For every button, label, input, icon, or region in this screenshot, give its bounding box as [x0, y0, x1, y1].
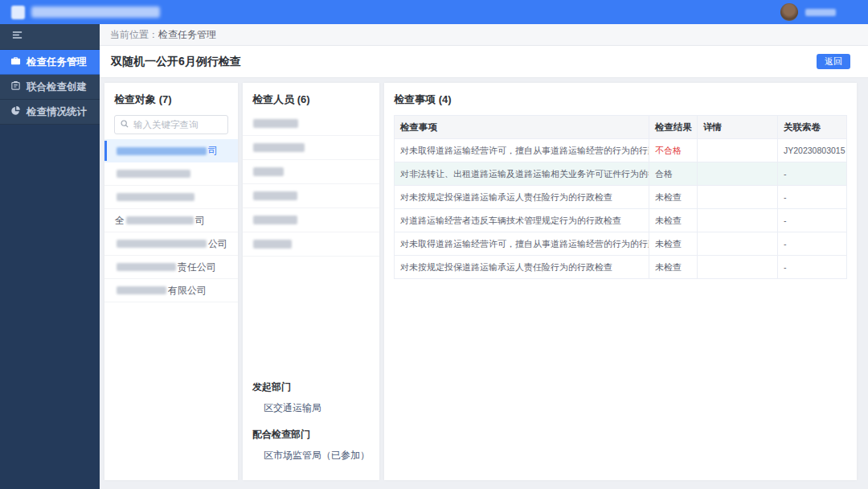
- department-info: 发起部门 区交通运输局 配合检查部门 区市场监管局（已参加）: [243, 368, 379, 480]
- redacted-name: [253, 240, 292, 249]
- items-count: (4): [439, 93, 452, 105]
- table-header-row: 检查事项 检查结果 详情 关联索卷: [395, 116, 847, 139]
- breadcrumb-current: 检查任务管理: [158, 28, 216, 42]
- table-row: 对未取得道路运输经营许可，擅自从事道路运输经营的行为的行政检查 未检查 -: [395, 232, 847, 256]
- back-button[interactable]: 返回: [817, 54, 850, 69]
- target-list-item[interactable]: 有限公司: [104, 279, 238, 302]
- redacted-text: [117, 263, 176, 271]
- sidebar-item-label: 检查任务管理: [27, 55, 87, 69]
- initiator-dept-label: 发起部门: [252, 380, 370, 394]
- username-redacted[interactable]: [805, 9, 836, 16]
- target-visible-suffix: 司: [208, 144, 218, 158]
- table-row: 对未按规定投保道路运输承运人责任险行为的行政检查 未检查 -: [395, 256, 847, 279]
- clipboard-edit-icon: [10, 80, 21, 93]
- target-search[interactable]: [114, 115, 228, 134]
- breadcrumb-prefix: 当前位置：: [110, 28, 158, 42]
- page-header: 双随机一公开6月例行检查 返回: [100, 46, 868, 78]
- result-cell: 未检查: [649, 186, 698, 209]
- result-cell: 不合格: [649, 139, 698, 162]
- redacted-name: [253, 216, 297, 224]
- result-cell: 未检查: [649, 256, 698, 279]
- sidebar-item-label: 联合检查创建: [27, 80, 87, 94]
- target-visible-suffix: 公司: [208, 237, 227, 251]
- detail-cell: [698, 186, 778, 209]
- search-icon: [120, 117, 129, 132]
- redacted-text: [117, 147, 207, 155]
- table-row: 对道路运输经营者违反车辆技术管理规定行为的行政检查 未检查 -: [395, 209, 847, 232]
- top-bar: [0, 0, 868, 24]
- staff-list-item[interactable]: [243, 208, 379, 232]
- redacted-text: [117, 240, 207, 248]
- sidebar-item-joint-inspection-create[interactable]: 联合检查创建: [0, 75, 100, 100]
- collapse-menu-icon[interactable]: [11, 29, 23, 44]
- app-title-redacted: [31, 6, 160, 18]
- target-list-item[interactable]: [104, 186, 238, 209]
- detail-cell: [698, 232, 778, 256]
- staff-list-item[interactable]: [243, 136, 379, 160]
- staff-count: (6): [297, 93, 310, 105]
- item-name-cell: 对道路运输经营者违反车辆技术管理规定行为的行政检查: [395, 209, 649, 232]
- staff-list-item[interactable]: [243, 160, 379, 184]
- target-list-item[interactable]: 司: [104, 139, 238, 162]
- cooperator-dept-label: 配合检查部门: [252, 428, 370, 442]
- sidebar-nav: 检查任务管理 联合检查创建 检查情况统计: [0, 50, 100, 125]
- briefcase-icon: [10, 55, 21, 68]
- target-list-item[interactable]: 公司: [104, 232, 238, 256]
- archive-cell: JY20230803015: [778, 139, 847, 162]
- target-visible-suffix: 责任公司: [178, 261, 216, 274]
- sidebar: 检查任务管理 联合检查创建 检查情况统计: [0, 24, 100, 489]
- redacted-name: [253, 143, 305, 152]
- result-cell: 未检查: [649, 232, 698, 256]
- col-item: 检查事项: [395, 116, 649, 139]
- items-table: 检查事项 检查结果 详情 关联索卷 对未取得道路运输经营许可，擅自从事道路运输经…: [394, 115, 847, 279]
- col-detail: 详情: [698, 116, 778, 139]
- target-visible-suffix: 司: [195, 214, 205, 228]
- search-input[interactable]: [133, 120, 223, 129]
- staff-list-item[interactable]: [243, 184, 379, 208]
- breadcrumb: 当前位置： 检查任务管理: [100, 24, 868, 46]
- item-name-cell: 对非法转让、出租道路运输及道路运输相关业务许可证件行为的行政检查: [395, 162, 649, 186]
- archive-cell: -: [778, 256, 847, 279]
- col-archive: 关联索卷: [778, 116, 847, 139]
- item-name-cell: 对未按规定投保道路运输承运人责任险行为的行政检查: [395, 186, 649, 209]
- staff-panel-title: 检查人员 (6): [243, 83, 379, 107]
- target-list: 司 全 司 公司 责任公司 有限公司: [104, 139, 238, 302]
- item-name-cell: 对未按规定投保道路运输承运人责任险行为的行政检查: [395, 256, 649, 279]
- item-name-cell: 对未取得道路运输经营许可，擅自从事道路运输经营的行为的行政检查: [395, 232, 649, 256]
- staff-list: [243, 112, 379, 257]
- target-visible-suffix: 有限公司: [168, 284, 207, 298]
- avatar[interactable]: [780, 3, 798, 21]
- item-name-cell: 对未取得道路运输经营许可，擅自从事道路运输经营的行为的行政检查: [395, 139, 649, 162]
- result-cell: 未检查: [649, 209, 698, 232]
- targets-panel-title: 检查对象 (7): [104, 83, 238, 107]
- target-list-item[interactable]: 责任公司: [104, 256, 238, 279]
- redacted-name: [253, 191, 297, 200]
- detail-cell: [698, 256, 778, 279]
- target-list-item[interactable]: 全 司: [104, 209, 238, 232]
- items-panel: 检查事项 (4) 检查事项 检查结果 详情 关联索卷: [384, 83, 857, 480]
- archive-cell: -: [778, 232, 847, 256]
- redacted-text: [117, 170, 190, 178]
- result-cell: 合格: [649, 162, 698, 186]
- staff-list-item[interactable]: [243, 112, 379, 136]
- app-logo-icon: [11, 6, 25, 19]
- archive-cell: -: [778, 162, 847, 186]
- redacted-name: [253, 167, 284, 176]
- sidebar-item-inspection-stats[interactable]: 检查情况统计: [0, 100, 100, 125]
- sidebar-item-inspection-task-mgmt[interactable]: 检查任务管理: [0, 50, 100, 75]
- staff-list-item[interactable]: [243, 232, 379, 257]
- detail-cell: [698, 162, 778, 186]
- redacted-text: [117, 193, 194, 201]
- brand: [11, 6, 160, 19]
- pie-chart-icon: [10, 105, 21, 118]
- redacted-text: [117, 286, 166, 294]
- target-list-item[interactable]: [104, 162, 238, 186]
- user-menu[interactable]: [780, 3, 858, 21]
- sidebar-item-label: 检查情况统计: [27, 105, 87, 119]
- table-row: 对未按规定投保道路运输承运人责任险行为的行政检查 未检查 -: [395, 186, 847, 209]
- page-title: 双随机一公开6月例行检查: [111, 55, 241, 69]
- archive-cell: -: [778, 209, 847, 232]
- detail-cell: [698, 209, 778, 232]
- targets-panel: 检查对象 (7) 司 全 司 公司: [104, 83, 238, 480]
- redacted-name: [253, 119, 298, 128]
